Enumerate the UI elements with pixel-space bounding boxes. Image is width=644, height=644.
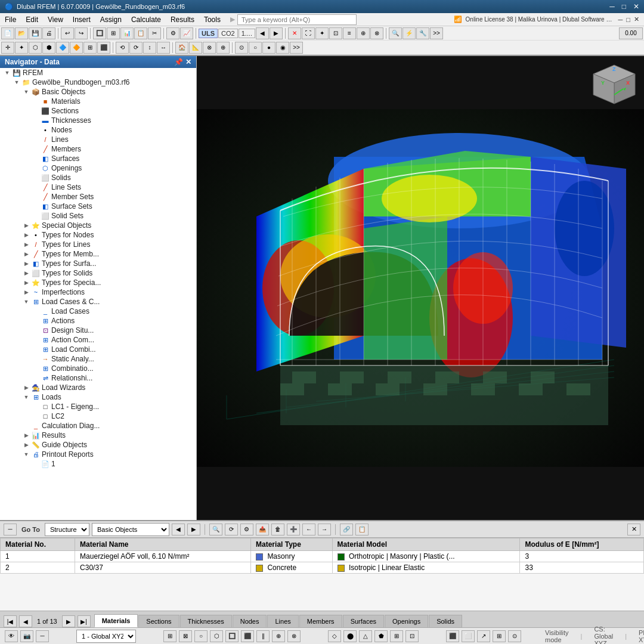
tree-basic-objects[interactable]: ▼ 📦 Basic Objects — [0, 87, 196, 97]
status-tb11[interactable]: ⬤ — [343, 630, 357, 642]
tb2-btn11[interactable]: ↕ — [143, 42, 156, 54]
tb2-btn18[interactable]: ○ — [249, 42, 262, 54]
tb2-btn10[interactable]: ⟳ — [129, 42, 143, 54]
tab-thicknesses[interactable]: Thicknesses — [180, 615, 232, 627]
menu-insert[interactable]: Insert — [68, 14, 95, 25]
toolbar-btn-4[interactable]: ⊞ — [107, 27, 120, 39]
bt-add[interactable]: ➕ — [287, 524, 300, 535]
bt-delete[interactable]: 🗑 — [271, 524, 284, 535]
status-dash-button[interactable]: ─ — [36, 630, 49, 642]
tb-tool5[interactable]: ⊕ — [357, 27, 370, 39]
types-solids-toggle[interactable]: ▶ — [21, 270, 31, 276]
nav-back-button[interactable]: ◀ — [172, 524, 185, 535]
results-button[interactable]: 📈 — [180, 27, 193, 39]
status-tb18[interactable]: ↗ — [477, 630, 490, 642]
nav-next-button[interactable]: ▶ — [270, 27, 283, 39]
tree-types-solids[interactable]: ▶ ⬜ Types for Solids — [0, 268, 196, 278]
tree-materials[interactable]: ■ Materials — [0, 97, 196, 106]
tb-tool4[interactable]: ≡ — [343, 27, 356, 39]
tree-load-wizards[interactable]: ▶ 🧙 Load Wizards — [0, 383, 196, 392]
tree-lc1[interactable]: □ LC1 - Eigeng... — [0, 402, 196, 411]
restore-panel-button[interactable]: □ — [626, 16, 630, 23]
tree-printout-reports[interactable]: ▼ 🖨 Printout Reports — [0, 450, 196, 459]
tree-thicknesses[interactable]: ▬ Thicknesses — [0, 116, 196, 125]
tb2-btn1[interactable]: ✛ — [1, 42, 14, 54]
tree-members[interactable]: ╱ Members — [0, 144, 196, 154]
tree-types-members[interactable]: ▶ ╱ Types for Memb... — [0, 249, 196, 259]
tree-report-1[interactable]: 📄 1 — [0, 459, 196, 469]
types-surfaces-toggle[interactable]: ▶ — [21, 261, 31, 267]
rfem-toggle[interactable]: ▼ — [2, 70, 12, 76]
tb-right2[interactable]: ⚡ — [402, 27, 416, 39]
tree-load-combi[interactable]: ⊞ Load Combi... — [0, 345, 196, 354]
tree-load-cases[interactable]: _ Load Cases — [0, 306, 196, 316]
undo-button[interactable]: ↩ — [61, 27, 74, 39]
pagination-first[interactable]: |◀ — [4, 615, 17, 627]
menu-file[interactable]: File — [0, 14, 21, 25]
table-row[interactable]: 1 Mauerziegel AÖF voll, 6.10 N/mm² Mason… — [1, 551, 644, 562]
tree-rfem-root[interactable]: ▼ 💾 RFEM — [0, 68, 196, 78]
tb2-btn16[interactable]: ⊕ — [216, 42, 230, 54]
new-button[interactable]: 📄 — [1, 27, 14, 39]
menu-edit[interactable]: Edit — [21, 14, 43, 25]
nav-fwd-button[interactable]: ▶ — [187, 524, 200, 535]
tab-solids[interactable]: Solids — [429, 615, 462, 627]
types-special-toggle[interactable]: ▶ — [21, 280, 31, 286]
redo-button[interactable]: ↪ — [75, 27, 88, 39]
basic-objects-dropdown[interactable]: Basic Objects — [92, 523, 169, 536]
bt-link[interactable]: 🔗 — [340, 524, 353, 535]
tb2-btn14[interactable]: 📐 — [189, 42, 202, 54]
menu-view[interactable]: View — [43, 14, 68, 25]
bt-filter[interactable]: 🔍 — [209, 524, 222, 535]
nav-prev-button[interactable]: ◀ — [256, 27, 269, 39]
bt-arrow2[interactable]: → — [318, 524, 331, 535]
tb2-overflow[interactable]: >> — [290, 42, 303, 54]
types-nodes-toggle[interactable]: ▶ — [21, 232, 31, 238]
viewport-3d[interactable]: X Y Z — [197, 56, 644, 520]
tb2-btn17[interactable]: ⊙ — [235, 42, 248, 54]
tree-nodes[interactable]: • Nodes — [0, 125, 196, 135]
loads-toggle[interactable]: ▼ — [21, 394, 31, 400]
status-tb8[interactable]: ⊕ — [272, 630, 285, 642]
tree-types-surfaces[interactable]: ▶ ◧ Types for Surfa... — [0, 259, 196, 268]
status-tb2[interactable]: ⊠ — [179, 630, 192, 642]
tb-overflow[interactable]: >> — [430, 27, 443, 39]
pagination-next[interactable]: ▶ — [62, 615, 75, 627]
search-input[interactable] — [237, 14, 357, 25]
print-button[interactable]: 🖨 — [42, 27, 55, 39]
tree-solid-sets[interactable]: ⬜ Solid Sets — [0, 211, 196, 221]
menu-assign[interactable]: Assign — [95, 14, 126, 25]
tree-surfaces[interactable]: ◧ Surfaces — [0, 154, 196, 163]
tb2-btn9[interactable]: ⟲ — [116, 42, 129, 54]
status-tb7[interactable]: ∥ — [256, 630, 270, 642]
tb-tool6[interactable]: ⊗ — [370, 27, 383, 39]
tree-action-com[interactable]: ⊞ Action Com... — [0, 335, 196, 345]
status-tb16[interactable]: ⬛ — [446, 630, 459, 642]
structure-dropdown[interactable]: Structure — [45, 523, 89, 536]
types-members-toggle[interactable]: ▶ — [21, 251, 31, 257]
title-bar-controls[interactable]: ─ □ ✕ — [609, 2, 639, 11]
tab-members[interactable]: Members — [299, 615, 342, 627]
tb2-btn4[interactable]: ⬢ — [42, 42, 55, 54]
status-tb4[interactable]: ⬡ — [210, 630, 223, 642]
panel-minimize-button[interactable]: ─ — [4, 524, 17, 535]
status-cam-button[interactable]: 📷 — [20, 630, 33, 642]
tree-calc-diag[interactable]: _ Calculation Diag... — [0, 421, 196, 431]
bt-clipboard[interactable]: 📋 — [355, 524, 369, 535]
tree-types-special[interactable]: ▶ ⭐ Types for Specia... — [0, 278, 196, 287]
tb2-btn13[interactable]: 🏠 — [175, 42, 188, 54]
toolbar-btn-6[interactable]: 📋 — [134, 27, 147, 39]
status-tb3[interactable]: ○ — [194, 630, 208, 642]
status-tb20[interactable]: ⊙ — [508, 630, 521, 642]
status-tb15[interactable]: ⊡ — [405, 630, 419, 642]
status-tb6[interactable]: ⬛ — [241, 630, 254, 642]
tree-surface-sets[interactable]: ◧ Surface Sets — [0, 202, 196, 211]
status-tb10[interactable]: ◇ — [328, 630, 341, 642]
tb2-btn5[interactable]: 🔷 — [56, 42, 69, 54]
load-cases-combo-toggle[interactable]: ▼ — [21, 299, 31, 305]
tb2-btn7[interactable]: ⊞ — [83, 42, 97, 54]
status-tb12[interactable]: △ — [359, 630, 372, 642]
tree-loads[interactable]: ▼ ⊞ Loads — [0, 392, 196, 402]
types-lines-toggle[interactable]: ▶ — [21, 242, 31, 247]
toolbar-btn-5[interactable]: 📊 — [120, 27, 134, 39]
